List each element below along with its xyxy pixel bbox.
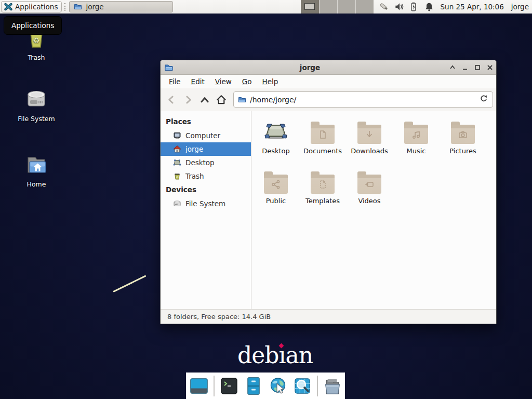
shade-button[interactable] xyxy=(446,60,459,75)
sidebar: Places Computer jo xyxy=(161,111,251,309)
panel-grip-handle[interactable] xyxy=(63,3,67,11)
taskbar-window-button[interactable]: jorge xyxy=(69,1,173,12)
share-folder-icon xyxy=(264,175,288,194)
web-browser-icon[interactable] xyxy=(268,376,288,396)
window-body: Places Computer jo xyxy=(161,111,496,309)
toolbar: /home/jorge/ xyxy=(161,88,496,111)
cursor-trail-line xyxy=(113,275,146,292)
minimize-button[interactable] xyxy=(459,60,471,75)
sidebar-item-computer[interactable]: Computer xyxy=(161,129,251,142)
dock-separator xyxy=(317,376,318,396)
devices-header: Devices xyxy=(161,183,251,197)
desktop-icon-home[interactable]: Home xyxy=(11,153,61,188)
desktop-icon xyxy=(173,158,181,167)
file-manager-window: jorge File Edit View Go Help xyxy=(160,60,497,324)
status-bar: 8 folders, Free space: 14.4 GiB xyxy=(161,309,496,324)
notification-bell-icon[interactable] xyxy=(424,2,434,12)
folder-item-public[interactable]: Public xyxy=(252,169,299,219)
menu-bar: File Edit View Go Help xyxy=(161,75,496,88)
menu-go[interactable]: Go xyxy=(237,77,257,86)
maximize-button[interactable] xyxy=(471,60,484,75)
battery-charging-icon[interactable] xyxy=(409,2,419,12)
svg-text:♻: ♻ xyxy=(176,176,179,179)
reload-button[interactable] xyxy=(480,94,488,105)
workspace-pager xyxy=(301,0,374,14)
xfce-x-icon xyxy=(4,3,12,11)
directory-menu-icon[interactable] xyxy=(323,376,342,396)
home-button[interactable] xyxy=(214,92,229,108)
sidebar-item-file-system[interactable]: File System xyxy=(161,197,251,210)
video-camera-folder-icon xyxy=(357,175,381,194)
folder-grid: Desktop Documents xyxy=(251,111,496,309)
applications-menu-label: Applications xyxy=(15,3,58,11)
folder-item-documents[interactable]: Documents xyxy=(299,119,346,169)
panel-username[interactable]: jorge xyxy=(511,3,529,11)
application-finder-icon[interactable] xyxy=(292,376,312,396)
workspace-window-thumb xyxy=(304,3,315,10)
terminal-icon[interactable] xyxy=(219,376,239,396)
desktop-icon-file-system[interactable]: File System xyxy=(11,87,61,123)
music-notes-folder-icon xyxy=(404,125,428,144)
dock-separator xyxy=(214,376,215,396)
template-page-folder-icon xyxy=(311,175,335,194)
folder-item-videos[interactable]: Videos xyxy=(346,169,393,219)
hard-drive-icon xyxy=(24,87,49,112)
debian-wordmark: debıan xyxy=(237,342,313,368)
desktop-icon-label: File System xyxy=(11,115,61,123)
window-title: jorge xyxy=(174,63,446,72)
stylus-icon[interactable] xyxy=(379,2,389,12)
applications-tooltip: Applications xyxy=(4,16,62,35)
file-cabinet-icon[interactable] xyxy=(244,376,263,396)
menu-help[interactable]: Help xyxy=(257,77,284,86)
window-folder-icon xyxy=(164,63,174,72)
workspace-2[interactable] xyxy=(319,0,337,14)
status-text: 8 folders, Free space: 14.4 GiB xyxy=(167,313,271,321)
home-folder-icon xyxy=(24,153,49,178)
places-header: Places xyxy=(161,115,251,129)
folder-item-downloads[interactable]: Downloads xyxy=(346,119,393,169)
sidebar-item-jorge[interactable]: jorge xyxy=(161,142,251,156)
drive-icon xyxy=(173,200,181,208)
system-tray xyxy=(379,2,434,12)
bottom-dock-panel xyxy=(186,373,345,399)
applications-menu-button[interactable]: Applications xyxy=(1,1,62,12)
workspace-4[interactable] xyxy=(355,0,374,14)
location-bar[interactable]: /home/jorge/ xyxy=(233,91,493,108)
workspace-3[interactable] xyxy=(337,0,355,14)
back-button[interactable] xyxy=(164,92,179,108)
menu-view[interactable]: View xyxy=(210,77,237,86)
taskbar-window-label: jorge xyxy=(86,3,103,11)
volume-icon[interactable] xyxy=(394,2,404,12)
forward-button[interactable] xyxy=(180,92,196,108)
show-desktop-icon[interactable] xyxy=(189,376,209,396)
desktop-root: Applications jorge xyxy=(0,0,532,399)
up-button[interactable] xyxy=(197,92,212,108)
camera-folder-icon xyxy=(451,125,475,144)
menu-file[interactable]: File xyxy=(164,77,186,86)
folder-item-pictures[interactable]: Pictures xyxy=(440,119,486,169)
trash-icon: ♻ xyxy=(173,172,181,180)
panel-clock[interactable]: Sun 25 Apr, 10:06 xyxy=(441,3,504,11)
top-panel: Applications jorge xyxy=(0,0,532,14)
window-titlebar[interactable]: jorge xyxy=(161,60,496,75)
folder-item-desktop[interactable]: Desktop xyxy=(252,119,299,169)
folder-item-music[interactable]: Music xyxy=(393,119,440,169)
svg-text:♻: ♻ xyxy=(33,36,39,45)
folder-item-templates[interactable]: Templates xyxy=(299,169,346,219)
menu-edit[interactable]: Edit xyxy=(186,77,210,86)
path-folder-icon xyxy=(238,96,246,104)
close-button[interactable] xyxy=(484,60,496,75)
home-icon xyxy=(173,145,181,153)
computer-icon xyxy=(173,131,181,140)
document-glyph-folder-icon xyxy=(311,125,335,144)
desktop-icon-label: Home xyxy=(11,180,61,188)
sidebar-item-desktop[interactable]: Desktop xyxy=(161,156,251,169)
workspace-1[interactable] xyxy=(301,0,319,14)
blue-folder-icon xyxy=(74,3,82,11)
download-arrow-folder-icon xyxy=(357,125,381,144)
desktop-special-icon xyxy=(263,119,288,144)
sidebar-item-trash[interactable]: ♻ Trash xyxy=(161,169,251,183)
desktop-icon-label: Trash xyxy=(11,54,61,61)
current-path[interactable]: /home/jorge/ xyxy=(250,96,476,104)
